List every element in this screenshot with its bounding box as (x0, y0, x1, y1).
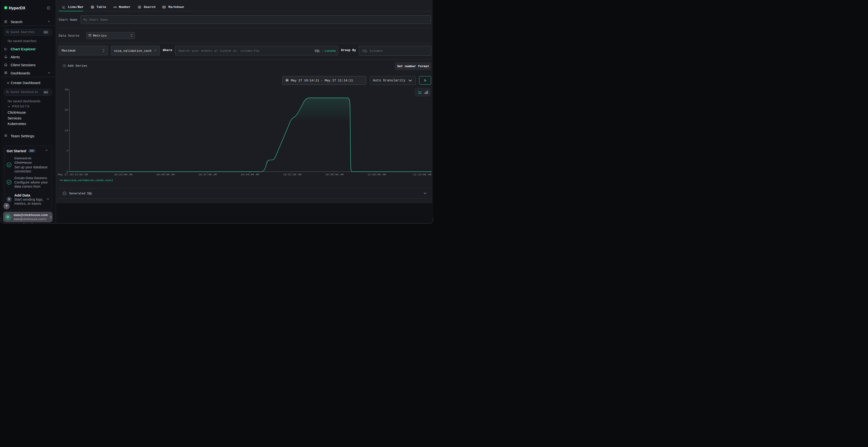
svg-text:7: 7 (66, 149, 68, 152)
svg-text:11:14:00 AM: 11:14:00 AM (413, 173, 431, 176)
svg-text:14: 14 (65, 129, 68, 132)
svg-text:10:51:00 AM: 10:51:00 AM (283, 173, 301, 176)
svg-text:10:37:00 AM: 10:37:00 AM (198, 173, 217, 176)
svg-text:10:30:00 AM: 10:30:00 AM (156, 173, 175, 176)
svg-text:11:05:00 AM: 11:05:00 AM (368, 173, 386, 176)
svg-text:max(visa_validation_cache.size: max(visa_validation_cache.size) (64, 179, 113, 182)
svg-text:10:23:00 AM: 10:23:00 AM (114, 173, 132, 176)
svg-text:May 27 10:14:00 AM: May 27 10:14:00 AM (58, 173, 88, 176)
svg-text:10:58:00 AM: 10:58:00 AM (325, 173, 344, 176)
svg-text:28: 28 (65, 88, 68, 91)
svg-text:10:44:00 AM: 10:44:00 AM (241, 173, 259, 176)
svg-text:21: 21 (65, 108, 68, 111)
